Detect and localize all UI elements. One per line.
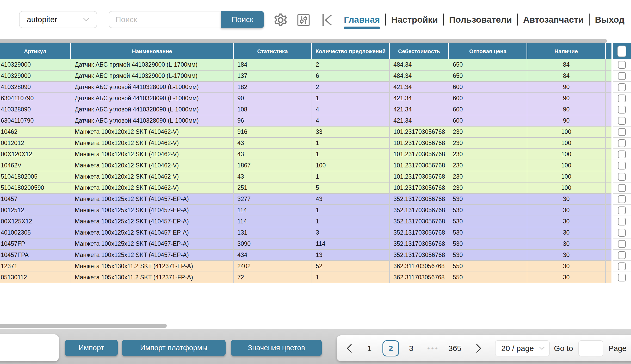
- row-checkbox[interactable]: [618, 162, 626, 170]
- row-checkbox[interactable]: [618, 173, 626, 181]
- cell-offers-count: 114: [312, 239, 390, 250]
- cell-stock: 90: [527, 82, 606, 93]
- table-body: 410329000Датчик АБС прямой 4410329000 (L…: [0, 59, 611, 283]
- column-header-6[interactable]: Оптовая цена: [449, 43, 527, 59]
- row-checkbox[interactable]: [618, 240, 626, 248]
- sliders-icon[interactable]: [297, 14, 310, 27]
- row-checkbox-cell: [613, 59, 631, 71]
- column-header-7[interactable]: Наличие: [527, 43, 606, 59]
- cell-name: Датчик АБС прямой 4410329000 (L-1700мм): [71, 59, 234, 71]
- row-checkbox[interactable]: [618, 229, 626, 237]
- chevron-left-icon[interactable]: [344, 340, 354, 356]
- column-header-2[interactable]: Наименование: [71, 43, 234, 59]
- nav-item-3[interactable]: Пользователи: [449, 15, 512, 25]
- nav-item-5[interactable]: Выход: [595, 15, 624, 25]
- footer-button-1[interactable]: Импорт: [65, 340, 118, 356]
- cell-article: 6304110790: [0, 115, 71, 127]
- cell-wholesale-price: 600: [449, 82, 527, 93]
- horizontal-scrollbar-top[interactable]: [0, 39, 607, 43]
- select-all-checkbox[interactable]: [617, 46, 626, 57]
- page-number-1[interactable]: 1: [364, 340, 375, 356]
- goto-page-input[interactable]: [578, 340, 603, 356]
- cell-spacer: [606, 160, 611, 171]
- cell-statistics: 43: [234, 138, 312, 149]
- cell-statistics: 434: [234, 250, 312, 261]
- top-bar: autopiter Поиск ГлавнаяНастройкиПользова…: [0, 0, 631, 39]
- chevron-right-icon[interactable]: [474, 340, 484, 356]
- search-input[interactable]: [109, 11, 221, 28]
- cell-offers-count: 3: [312, 227, 390, 239]
- row-checkbox[interactable]: [618, 106, 626, 114]
- row-checkbox[interactable]: [618, 150, 626, 158]
- page-number-365[interactable]: 365: [443, 340, 466, 356]
- company-select[interactable]: autopiter: [19, 11, 97, 28]
- cell-stock: 30: [527, 261, 606, 272]
- row-checkbox[interactable]: [618, 139, 626, 147]
- column-header-5[interactable]: Себестоимость: [390, 43, 449, 59]
- table-row: 12371Манжета 105х130х11.2 SKT (412371-FP…: [0, 261, 611, 272]
- cell-name: Манжета 100х125х12 SKT (410457-EP-A): [71, 250, 234, 261]
- cell-spacer: [606, 115, 611, 127]
- cell-offers-count: 13: [312, 250, 390, 261]
- nav-item-1[interactable]: Главная: [344, 15, 380, 25]
- cell-name: Манжета 100х120х12 SKT (410462-V): [71, 138, 234, 149]
- cell-name: Манжета 105х130х11.2 SKT (412371-FP-A): [71, 272, 234, 283]
- table-row: 10457FPМанжета 100х125х12 SKT (410457-EP…: [0, 239, 611, 250]
- footer-button-2[interactable]: Импорт платформы: [122, 340, 226, 356]
- cell-offers-count: 1: [312, 149, 390, 160]
- cell-spacer: [606, 104, 611, 115]
- cell-offers-count: 100: [312, 160, 390, 171]
- column-header-3[interactable]: Статистика: [234, 43, 312, 59]
- table-row: 00X125X12Манжета 100х125х12 SKT (410457-…: [0, 216, 611, 227]
- cell-name: Датчик АБС угловой 4410328090 (L-1000мм): [71, 93, 234, 104]
- cell-stock: 100: [527, 160, 606, 171]
- nav-item-4[interactable]: Автозапчасти: [523, 15, 584, 25]
- column-header-spacer: [606, 43, 611, 59]
- cell-spacer: [606, 227, 611, 239]
- page-number-2[interactable]: 2: [382, 340, 399, 356]
- row-checkbox[interactable]: [618, 274, 626, 281]
- row-checkbox[interactable]: [618, 218, 626, 225]
- cell-cost: 101.231703056768: [390, 138, 449, 149]
- footer-button-3[interactable]: Значения цветов: [231, 340, 322, 356]
- row-checkbox-cell: [613, 272, 631, 283]
- table-row: 5104180200590Манжета 100х120х12 SKT (410…: [0, 183, 611, 194]
- row-checkbox[interactable]: [618, 184, 626, 192]
- cell-name: Датчик АБС угловой 4410328090 (L-1000мм): [71, 82, 234, 93]
- cell-cost: 421.34: [390, 93, 449, 104]
- row-checkbox[interactable]: [618, 128, 626, 136]
- row-checkbox[interactable]: [618, 95, 626, 102]
- cell-article: 6304110790: [0, 93, 71, 104]
- column-header-4[interactable]: Количество предложений: [312, 43, 390, 59]
- horizontal-scrollbar-bottom[interactable]: [0, 324, 167, 328]
- row-checkbox[interactable]: [618, 83, 626, 91]
- column-header-1[interactable]: Артикул: [0, 43, 71, 59]
- cell-article: 401002305: [0, 227, 71, 239]
- page-size-select[interactable]: 20 / page: [495, 340, 550, 356]
- table-row: 410329000Датчик АБС прямой 4410329000 (L…: [0, 59, 611, 71]
- table-row: 410328090Датчик АБС угловой 4410328090 (…: [0, 82, 611, 93]
- cell-name: Манжета 100х120х12 SKT (410462-V): [71, 183, 234, 194]
- table-row: 410329000Датчик АБС прямой 4410329000 (L…: [0, 71, 611, 82]
- row-checkbox[interactable]: [618, 251, 626, 259]
- row-checkbox[interactable]: [618, 262, 626, 270]
- nav-item-2[interactable]: Настройки: [391, 15, 438, 25]
- row-checkbox[interactable]: [618, 72, 626, 80]
- row-checkbox[interactable]: [618, 195, 626, 203]
- cell-spacer: [606, 171, 611, 183]
- cell-wholesale-price: 650: [449, 59, 527, 71]
- cell-stock: 30: [527, 272, 606, 283]
- row-checkbox[interactable]: [618, 61, 626, 69]
- row-checkbox[interactable]: [618, 117, 626, 125]
- collapse-left-icon[interactable]: [322, 14, 332, 26]
- cell-offers-count: 1: [312, 138, 390, 149]
- row-checkbox-cell: [613, 227, 631, 239]
- row-checkbox[interactable]: [618, 206, 626, 214]
- cell-spacer: [606, 127, 611, 138]
- gear-icon[interactable]: [274, 13, 288, 27]
- search-button[interactable]: Поиск: [221, 11, 264, 28]
- cell-statistics: 131: [234, 227, 312, 239]
- cell-offers-count: 33: [312, 127, 390, 138]
- cell-cost: 484.34: [390, 59, 449, 71]
- page-number-3[interactable]: 3: [406, 340, 416, 356]
